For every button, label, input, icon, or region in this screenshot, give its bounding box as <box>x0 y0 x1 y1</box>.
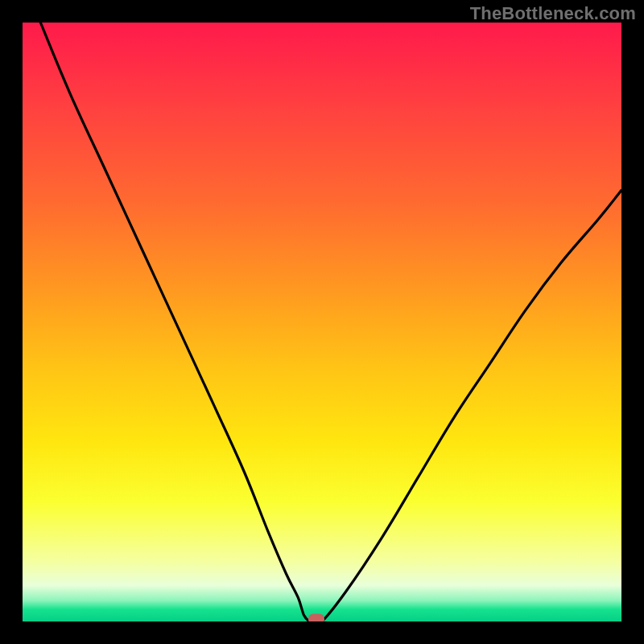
plot-area <box>23 23 621 621</box>
bottleneck-curve <box>23 23 621 621</box>
optimum-marker-icon <box>308 614 324 622</box>
chart-frame: TheBottleneck.com <box>0 0 644 644</box>
watermark-text: TheBottleneck.com <box>470 3 636 24</box>
